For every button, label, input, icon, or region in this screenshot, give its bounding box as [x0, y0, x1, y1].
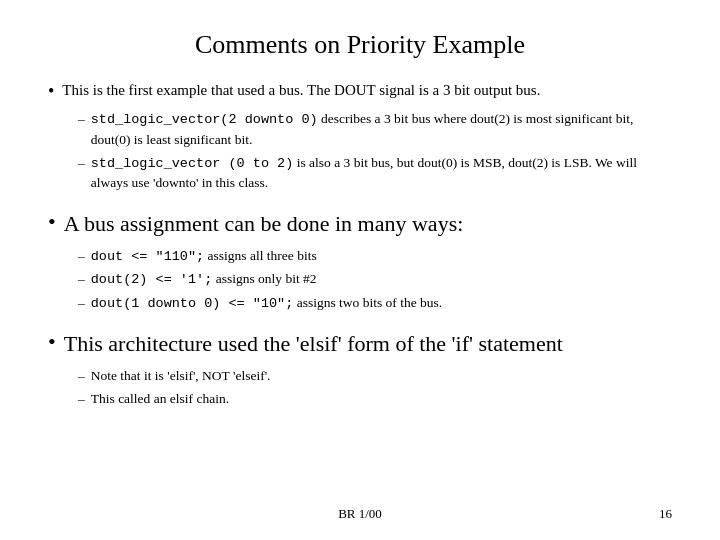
footer-label: BR 1/00	[338, 506, 382, 522]
sub-bullet-1-1: – std_logic_vector(2 downto 0) describes…	[78, 109, 672, 149]
sub-bullets-1: – std_logic_vector(2 downto 0) describes…	[78, 109, 672, 192]
slide-title: Comments on Priority Example	[48, 30, 672, 60]
sub-bullet-2-2: – dout(2) <= '1'; assigns only bit #2	[78, 269, 672, 290]
bullet-dot-1: •	[48, 80, 54, 103]
bullet-main-3: • This architecture used the 'elsif' for…	[48, 328, 672, 360]
sub-text-2-1: dout <= "110"; assigns all three bits	[91, 246, 317, 267]
bullet-section-1: • This is the first example that used a …	[48, 80, 672, 196]
sub-text-3-1: Note that it is 'elsif', NOT 'elseif'.	[91, 366, 271, 386]
bullet-main-1: • This is the first example that used a …	[48, 80, 672, 103]
sub-dash-2-3: –	[78, 293, 85, 313]
sub-text-3-2: This called an elsif chain.	[91, 389, 229, 409]
sub-dash-2-2: –	[78, 269, 85, 289]
sub-text-2-3: dout(1 downto 0) <= "10"; assigns two bi…	[91, 293, 442, 314]
bullet-dot-2: •	[48, 208, 56, 237]
bullet-text-1: This is the first example that used a bu…	[62, 80, 540, 102]
bullet-text-2: A bus assignment can be done in many way…	[64, 208, 464, 240]
sub-dash-1-1: –	[78, 109, 85, 129]
sub-dash-3-1: –	[78, 366, 85, 386]
sub-text-1-2: std_logic_vector (0 to 2) is also a 3 bi…	[91, 153, 672, 193]
sub-dash-1-2: –	[78, 153, 85, 173]
sub-text-1-1: std_logic_vector(2 downto 0) describes a…	[91, 109, 672, 149]
bullet-section-3: • This architecture used the 'elsif' for…	[48, 328, 672, 411]
sub-bullet-3-2: – This called an elsif chain.	[78, 389, 672, 409]
sub-bullet-2-1: – dout <= "110"; assigns all three bits	[78, 246, 672, 267]
bullet-dot-3: •	[48, 328, 56, 357]
sub-bullet-1-2: – std_logic_vector (0 to 2) is also a 3 …	[78, 153, 672, 193]
bullet-main-2: • A bus assignment can be done in many w…	[48, 208, 672, 240]
sub-bullets-2: – dout <= "110"; assigns all three bits …	[78, 246, 672, 314]
slide: Comments on Priority Example • This is t…	[0, 0, 720, 540]
sub-bullets-3: – Note that it is 'elsif', NOT 'elseif'.…	[78, 366, 672, 408]
sub-bullet-3-1: – Note that it is 'elsif', NOT 'elseif'.	[78, 366, 672, 386]
sub-bullet-2-3: – dout(1 downto 0) <= "10"; assigns two …	[78, 293, 672, 314]
footer-page: 16	[659, 506, 672, 522]
bullet-text-3: This architecture used the 'elsif' form …	[64, 328, 563, 360]
footer-center: BR 1/00	[0, 506, 720, 522]
sub-text-2-2: dout(2) <= '1'; assigns only bit #2	[91, 269, 317, 290]
sub-dash-2-1: –	[78, 246, 85, 266]
sub-dash-3-2: –	[78, 389, 85, 409]
bullet-section-2: • A bus assignment can be done in many w…	[48, 208, 672, 317]
